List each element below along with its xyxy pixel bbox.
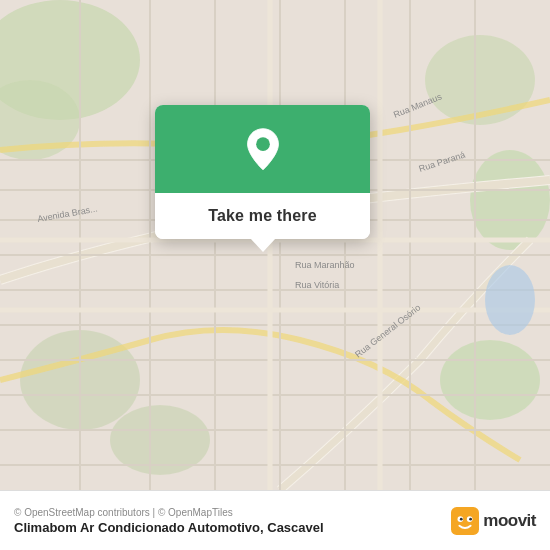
bottom-bar: © OpenStreetMap contributors | © OpenMap… xyxy=(0,490,550,550)
svg-point-41 xyxy=(469,517,472,520)
map-container: Rua Manaus Rua Paraná Avenida Bras... Ru… xyxy=(0,0,550,490)
svg-point-5 xyxy=(440,340,540,420)
moovit-logo: moovit xyxy=(451,507,536,535)
bottom-info: © OpenStreetMap contributors | © OpenMap… xyxy=(14,507,441,535)
svg-point-29 xyxy=(485,265,535,335)
take-me-there-button[interactable]: Take me there xyxy=(155,193,370,239)
card-pointer xyxy=(250,238,276,252)
svg-point-36 xyxy=(256,137,270,151)
svg-point-40 xyxy=(460,517,463,520)
svg-rect-37 xyxy=(451,507,479,535)
svg-point-3 xyxy=(425,35,535,125)
map-card: Take me there xyxy=(155,105,370,239)
moovit-face-icon xyxy=(451,507,479,535)
moovit-text: moovit xyxy=(483,511,536,531)
svg-text:Rua Maranhão: Rua Maranhão xyxy=(295,260,355,270)
card-icon-area xyxy=(155,105,370,193)
place-name: Climabom Ar Condicionado Automotivo, Cas… xyxy=(14,520,441,535)
location-pin-icon xyxy=(239,127,287,175)
svg-text:Rua Vitória: Rua Vitória xyxy=(295,280,339,290)
svg-point-4 xyxy=(470,150,550,250)
osm-attribution: © OpenStreetMap contributors | © OpenMap… xyxy=(14,507,441,518)
